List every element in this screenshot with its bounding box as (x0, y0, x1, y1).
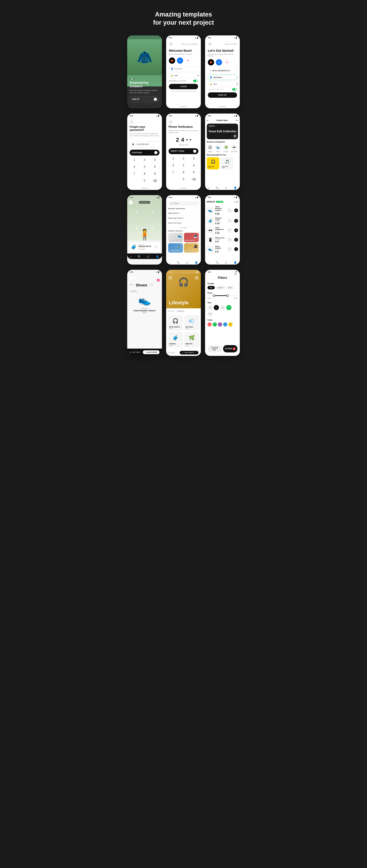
search-bar[interactable]: 🔍 (168, 201, 199, 206)
back-button[interactable]: ← (169, 120, 173, 124)
heart-icon[interactable]: ♡ (197, 333, 198, 335)
clean-all-button[interactable]: CLEAN ALL (207, 345, 222, 352)
color-red[interactable] (207, 322, 211, 327)
remember-toggle[interactable] (193, 80, 198, 82)
color-green[interactable] (213, 322, 217, 327)
facebook-auth-button[interactable]: f (177, 58, 183, 64)
password-field[interactable]: 🔒 👁 (208, 82, 237, 87)
username-field[interactable]: 👤 (169, 66, 198, 71)
resend-link[interactable]: Resend Code (169, 144, 198, 146)
category-lifestyle[interactable]: 🌿 Lifestyle (223, 144, 229, 152)
menu-icon[interactable]: ≡ (207, 119, 208, 122)
close-button[interactable]: ✕ (233, 272, 238, 276)
numpad-6[interactable]: 6 (150, 164, 160, 170)
home-tab-icon[interactable]: ⌂ (130, 255, 132, 258)
back-button[interactable]: ✕ (169, 42, 173, 46)
cart-tab-icon[interactable]: 🛒 (225, 186, 228, 189)
product-beats[interactable]: ♡ 🎧 Beats Studio 3 $349 (168, 315, 183, 331)
cart-tab-icon[interactable]: 🛒 (186, 261, 189, 264)
sign-up-button[interactable]: SIGN UP → (130, 96, 160, 102)
numpad-9[interactable]: 9 (189, 169, 198, 175)
home-tab-icon[interactable]: ⌂ (169, 261, 171, 264)
category-gadgets[interactable]: 🎧 Gadgets (207, 144, 214, 152)
back-button[interactable]: ← (130, 120, 134, 124)
username-input[interactable] (174, 68, 196, 70)
signup-button[interactable]: SIGN UP (208, 92, 237, 98)
heart-icon[interactable]: ♡ (217, 158, 219, 160)
user-tab-icon[interactable]: 👤 (156, 255, 159, 258)
numpad-3[interactable]: 3 (189, 156, 198, 161)
back-button[interactable]: ✕ (208, 42, 212, 46)
save-button[interactable]: ⊞ (153, 245, 159, 249)
category-shoes[interactable]: 👟 Shoes (215, 144, 221, 152)
cart-tab-icon[interactable]: 🛒 (147, 255, 150, 258)
login-button[interactable]: LOGIN (169, 84, 198, 89)
home-tab-icon[interactable]: ⌂ (208, 186, 209, 189)
wishlist-heart-icon[interactable]: ♡ (227, 228, 232, 233)
username-field[interactable]: 👤 ✓ (208, 75, 237, 80)
continue-button[interactable]: CONTINUE → (130, 150, 160, 156)
back-button[interactable]: ← (129, 200, 133, 205)
numpad-1[interactable]: 1 (130, 157, 139, 163)
forgot-link[interactable]: Forgot your credentials? (181, 43, 198, 45)
grid-view-icon[interactable]: ⊞ (236, 201, 238, 203)
numpad-delete[interactable]: ⌫ (150, 178, 160, 184)
cart-tab-icon[interactable]: 🛒 (225, 261, 228, 264)
numpad-4[interactable]: 4 (130, 164, 139, 170)
add-to-cart-button[interactable]: + (234, 238, 238, 242)
product-suitcase[interactable]: ♡ 🧳 Suitcase $128 (168, 332, 183, 347)
numpad-0[interactable]: 0 (140, 178, 149, 184)
product-extra[interactable]: ♡ 🌿 Plant Pot $45 (184, 332, 199, 347)
no-account-link[interactable]: OPS... I DON'T HAVE AN ACCOUNT YET (169, 91, 198, 92)
play-button[interactable]: ▶ (233, 134, 237, 138)
apple-auth-button[interactable]: 🍎 (169, 58, 175, 64)
back-button[interactable]: ← (129, 276, 134, 280)
search-tab-icon[interactable]: 🔍 (138, 255, 141, 258)
tab-gadgets[interactable]: ets (129, 283, 133, 287)
user-tab-icon[interactable]: 👤 (195, 261, 198, 264)
eye-icon[interactable]: 👁 (236, 83, 238, 85)
color-yellow[interactable] (228, 322, 232, 327)
heart-icon[interactable]: ♡ (197, 316, 198, 318)
numpad-0[interactable]: 0 (179, 176, 188, 182)
numpad-2[interactable]: 2 (179, 156, 188, 161)
numpad-7[interactable]: 7 (169, 169, 178, 175)
heart-button[interactable]: ♡ (195, 276, 199, 280)
eye-icon[interactable]: 👁 (197, 75, 199, 76)
recent-item-1[interactable]: Apple Watch S (168, 211, 199, 216)
user-tab-icon[interactable]: 👤 (234, 186, 237, 189)
phone-number-field[interactable]: 📱 +1 202-555-0194 (130, 142, 160, 147)
size-10[interactable]: 10 (207, 311, 213, 316)
add-to-cart-button[interactable]: + (234, 219, 238, 223)
heart-icon[interactable]: ♡ (180, 316, 182, 318)
popular-macbook[interactable]: 💻 Macbook Pro (184, 233, 199, 242)
category-accessories[interactable]: 🕶️ Accessories (231, 144, 237, 152)
home-tab-icon[interactable]: ⌂ (208, 261, 209, 264)
clear-button[interactable]: ⊗ CLEAR (168, 227, 199, 229)
numpad-9[interactable]: 9 (150, 171, 160, 177)
numpad-1[interactable]: 1 (169, 156, 178, 161)
email-field[interactable]: ✉ (208, 68, 237, 73)
scan-icon[interactable]: ✂ (236, 119, 238, 122)
heart-icon[interactable]: ♡ (231, 158, 232, 160)
color-blue[interactable] (223, 322, 227, 327)
search-tab-icon[interactable]: 🔍 (216, 261, 219, 264)
popular-versace[interactable]: 🎩 Versace Hat (184, 243, 199, 253)
wishlist-heart-icon[interactable]: ♡ (227, 208, 232, 213)
product-hairdryer[interactable]: ♡ 💨 Hair Dryer $119 (184, 315, 199, 331)
numpad-5[interactable]: 5 (179, 162, 188, 168)
back-button[interactable]: ← (168, 276, 172, 280)
numpad-4[interactable]: 4 (169, 162, 178, 168)
verify-button[interactable]: VERIFY CODE → (169, 148, 198, 154)
color-purple[interactable] (218, 322, 222, 327)
search-input[interactable] (173, 203, 197, 204)
heart-icon[interactable]: ♡ (180, 333, 182, 335)
popular-nike[interactable]: 👟 Nike Shoes (168, 233, 183, 242)
numpad-3[interactable]: 3 (150, 157, 160, 163)
cart-button[interactable]: 🛒 CART EMPTY → (180, 351, 198, 354)
add-to-cart-button[interactable]: + (234, 209, 238, 212)
numpad-6[interactable]: 6 (189, 162, 198, 168)
terms-toggle[interactable] (232, 88, 237, 91)
password-input[interactable] (174, 75, 196, 76)
size-8-5[interactable]: 8.5 (220, 305, 225, 310)
